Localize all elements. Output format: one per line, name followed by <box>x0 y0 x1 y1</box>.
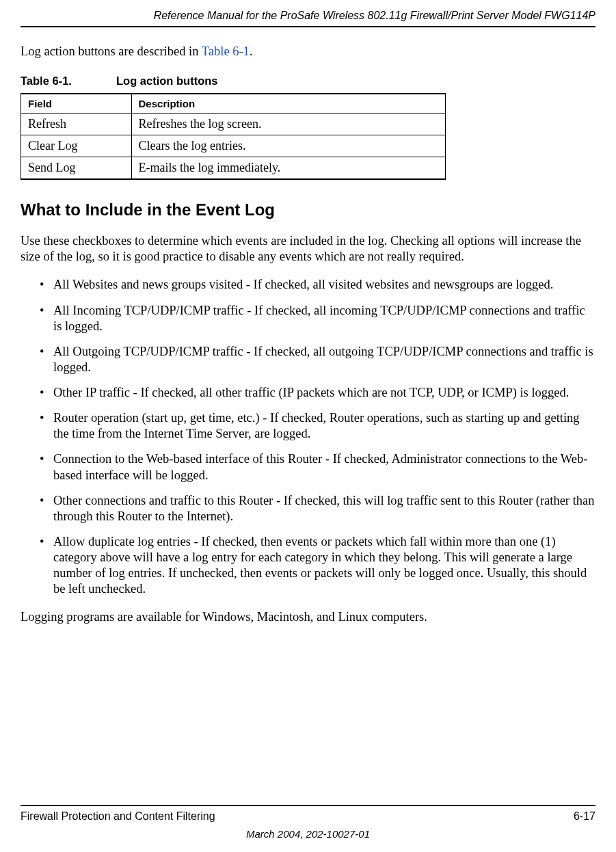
page-footer: Firewall Protection and Content Filterin… <box>21 805 595 840</box>
table-cell-description: Refreshes the log screen. <box>131 114 446 135</box>
header-rule <box>21 26 595 27</box>
section-closing: Logging programs are available for Windo… <box>21 609 595 625</box>
table-cell-field: Clear Log <box>21 135 132 157</box>
table-header-row: Field Description <box>21 94 446 114</box>
intro-paragraph: Log action buttons are described in Tabl… <box>21 44 595 59</box>
list-item: Allow duplicate log entries - If checked… <box>30 534 595 598</box>
table-caption-title: Log action buttons <box>116 75 217 87</box>
section-heading: What to Include in the Event Log <box>21 200 595 219</box>
table-cell-field: Refresh <box>21 114 132 135</box>
footer-left: Firewall Protection and Content Filterin… <box>21 810 215 823</box>
footer-rule <box>21 805 595 806</box>
table-row: Clear Log Clears the log entries. <box>21 135 446 157</box>
footer-date: March 2004, 202-10027-01 <box>21 828 595 840</box>
list-item: Other IP traffic - If checked, all other… <box>30 385 595 401</box>
table-row: Send Log E-mails the log immediately. <box>21 157 446 180</box>
table-caption-number: Table 6-1. <box>21 75 116 88</box>
table-reference-link[interactable]: Table 6-1 <box>202 44 250 58</box>
table-header-field: Field <box>21 94 132 114</box>
list-item: All Outgoing TCP/UDP/ICMP traffic - If c… <box>30 344 595 375</box>
table-header-description: Description <box>131 94 446 114</box>
table-caption: Table 6-1.Log action buttons <box>21 75 595 88</box>
table-row: Refresh Refreshes the log screen. <box>21 114 446 135</box>
event-log-options-list: All Websites and news groups visited - I… <box>21 277 595 597</box>
running-header: Reference Manual for the ProSafe Wireles… <box>21 0 595 26</box>
footer-page-number: 6-17 <box>574 810 595 823</box>
section-intro: Use these checkboxes to determine which … <box>21 233 595 265</box>
log-action-table: Field Description Refresh Refreshes the … <box>21 93 446 180</box>
table-cell-description: E-mails the log immediately. <box>131 157 446 180</box>
list-item: Other connections and traffic to this Ro… <box>30 493 595 524</box>
intro-text-after: . <box>250 44 253 58</box>
list-item: Router operation (start up, get time, et… <box>30 410 595 442</box>
list-item: All Websites and news groups visited - I… <box>30 277 595 293</box>
table-cell-description: Clears the log entries. <box>131 135 446 157</box>
table-cell-field: Send Log <box>21 157 132 180</box>
list-item: Connection to the Web-based interface of… <box>30 451 595 483</box>
list-item: All Incoming TCP/UDP/ICMP traffic - If c… <box>30 303 595 334</box>
intro-text-before: Log action buttons are described in <box>21 44 202 58</box>
